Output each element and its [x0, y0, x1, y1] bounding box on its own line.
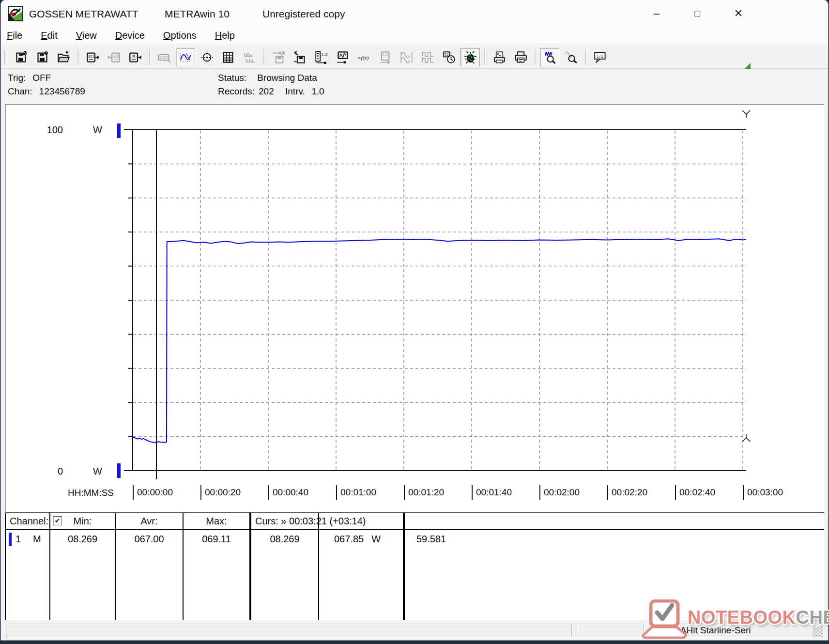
save-button[interactable] — [32, 48, 52, 66]
svg-text:321: 321 — [382, 53, 388, 57]
clock-calendar-icon: 12 — [443, 51, 456, 64]
x-tick-00:00:40: 00:00:40 — [268, 485, 308, 500]
time-settings-button[interactable]: 12 — [439, 48, 459, 66]
scope-view-button[interactable] — [197, 48, 216, 66]
floppy-import-icon — [293, 51, 307, 64]
menu-item-help[interactable]: Help — [215, 30, 235, 41]
status-bar-message-cell — [6, 624, 577, 637]
value-delta: 59.581 — [416, 534, 446, 545]
read-memory-button[interactable]: M — [125, 48, 145, 66]
menu-item-file[interactable]: File — [7, 30, 22, 41]
svg-text:M: M — [132, 54, 135, 59]
y-scale-handle-top[interactable] — [117, 123, 121, 138]
app-logo-icon — [8, 6, 23, 21]
channel-mode: M — [33, 534, 41, 545]
minimize-button[interactable]: – — [646, 5, 667, 22]
formula-button[interactable]: =f(x) — [354, 48, 373, 66]
digital-output-button — [418, 48, 437, 66]
print-preview-button[interactable] — [490, 48, 509, 66]
svg-text:=f(x): =f(x) — [357, 55, 368, 61]
speech-note-icon: 1/2 — [594, 51, 607, 64]
value-avr: 067.00 — [116, 534, 183, 545]
annotations-button[interactable]: 1/2 — [590, 48, 610, 66]
zoom-signal-button[interactable] — [540, 48, 559, 66]
send-device-326-button: 326 — [104, 48, 123, 66]
online-display-button[interactable] — [333, 48, 352, 66]
magnifier-signal-icon — [543, 51, 556, 64]
printer-page-icon — [493, 51, 506, 64]
browse-status: Status:Browsing Data — [218, 73, 317, 83]
chart-plot[interactable] — [6, 105, 825, 513]
svg-text:321: 321 — [88, 54, 94, 58]
meter-config-icon: 321 — [379, 51, 392, 64]
meter-m-right-icon: M — [129, 51, 142, 64]
y-axis-unit-bottom: W — [93, 466, 102, 477]
table-view-button[interactable] — [218, 48, 238, 66]
curve-view-button[interactable] — [176, 48, 195, 66]
toolbar-grip[interactable] — [4, 50, 7, 64]
crosshair-icon — [200, 51, 214, 64]
table-header-avr: Avr: — [116, 516, 183, 527]
records-status: Records:202 Intrv. 1.0 — [218, 86, 324, 97]
trigger-status: Trig:OFF — [8, 73, 51, 83]
histogram-view-button — [240, 48, 259, 66]
save-as-button[interactable] — [11, 48, 31, 66]
menu-item-edit[interactable]: Edit — [41, 30, 57, 41]
curve-icon — [179, 51, 192, 64]
channel-color-bar — [9, 533, 12, 546]
svg-text:326: 326 — [112, 54, 119, 58]
debug-button[interactable] — [461, 48, 480, 66]
close-button[interactable]: ✕ — [728, 5, 749, 22]
value-max: 069.11 — [184, 534, 249, 545]
floppy-out-icon — [15, 51, 28, 64]
menu-item-options[interactable]: Options — [163, 30, 197, 41]
svg-text:1257: 1257 — [159, 55, 168, 60]
x-tick-00:02:40: 00:02:40 — [675, 485, 715, 500]
folder-open-icon — [57, 51, 70, 64]
square-waves-icon — [421, 51, 434, 64]
chart-panel: 100 W 0 W HH:MM:SS 00:00:0000:00:2000:00… — [5, 104, 824, 512]
printer-icon — [514, 51, 527, 64]
table-header-channel: Channel: — [10, 516, 48, 527]
table-header-min: Min: — [50, 516, 115, 527]
open-file-button[interactable] — [54, 48, 73, 66]
read-device-321-button[interactable]: 321 — [83, 48, 102, 66]
channel-number: 1 — [15, 534, 21, 545]
zoom-overview-button[interactable] — [561, 48, 581, 66]
x-axis-format-label: HH:MM:SS — [68, 488, 114, 498]
y-axis-max-label: 100 — [36, 124, 63, 136]
x-tick-00:02:00: 00:02:00 — [539, 485, 580, 500]
x-tick-00:03:00: 00:03:00 — [743, 485, 783, 500]
lcd-display-icon: 1257 — [158, 51, 171, 64]
y-axis-min-label: 0 — [36, 466, 63, 477]
app-window: GOSSEN METRAWATT METRAwin 10 Unregistere… — [1, 0, 828, 640]
table-header-cursor: Curs: » 00:03:21 (+03:14) — [255, 516, 366, 527]
maximize-button[interactable]: □ — [687, 5, 708, 22]
value-cursor-a: 08.269 — [251, 534, 318, 545]
menu-item-view[interactable]: View — [76, 30, 97, 41]
table-header-max: Max: — [184, 516, 249, 527]
import-data-button[interactable] — [290, 48, 309, 66]
cursor-handle-bottom[interactable] — [742, 434, 750, 442]
notebookcheck-watermark: NOTEBOOKCHECK — [639, 599, 829, 640]
status-bar-aux-cell — [571, 624, 644, 637]
value-list-button[interactable]: 1:23 — [311, 48, 331, 66]
export-data-button — [269, 48, 288, 66]
floppy-export-icon — [272, 51, 285, 64]
value-cursor-b: 067.85W — [334, 534, 381, 545]
magnifier-wave-icon — [565, 51, 578, 64]
bug-icon — [464, 51, 477, 64]
watermark-text: NOTEBOOKCHECK — [688, 607, 829, 628]
acquisition-status-panel: Trig:OFF Chan:123456789 Status:Browsing … — [1, 69, 828, 104]
print-button[interactable] — [511, 48, 530, 66]
x-tick-00:01:00: 00:01:00 — [336, 485, 376, 500]
analog-output-button — [397, 48, 416, 66]
toolbar-separator — [484, 49, 485, 65]
y-axis-unit-top: W — [93, 124, 102, 136]
cursor-handle-top[interactable] — [742, 110, 750, 118]
menu-bar: FileEditViewDeviceOptionsHelp — [1, 27, 828, 45]
y-scale-handle-bottom[interactable] — [117, 463, 121, 478]
x-tick-00:02:20: 00:02:20 — [607, 485, 647, 500]
floppy-in-icon — [36, 51, 49, 64]
menu-item-device[interactable]: Device — [115, 30, 145, 41]
